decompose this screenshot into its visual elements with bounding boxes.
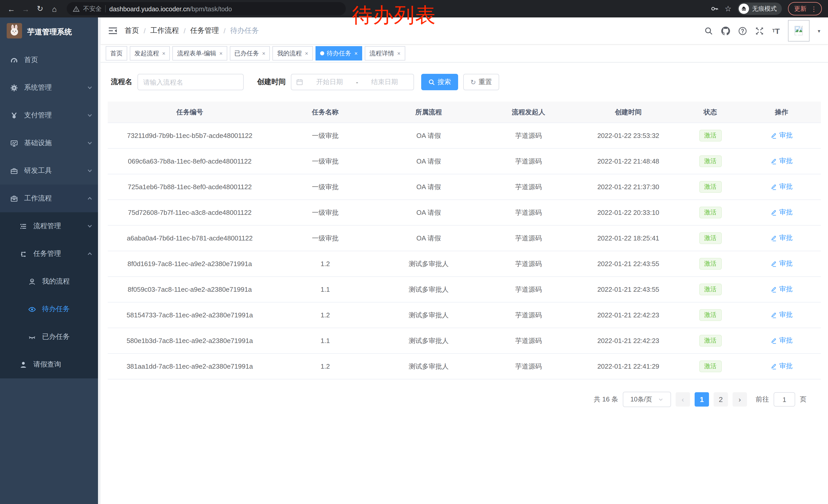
- sidebar-item-system[interactable]: 系统管理: [0, 74, 100, 101]
- page-header: 首页/工作流程/任务管理/待办任务 TT ▾: [100, 17, 828, 44]
- approve-button[interactable]: 审批: [771, 156, 793, 166]
- bookmark-star-icon[interactable]: ☆: [724, 4, 732, 13]
- tab-close-icon[interactable]: ×: [397, 50, 401, 56]
- breadcrumb-item[interactable]: 任务管理: [190, 26, 219, 35]
- app-title: 芋道管理系统: [27, 27, 72, 37]
- sidebar-item-done-tasks[interactable]: 已办任务: [0, 323, 100, 351]
- status-cell: 激活: [678, 148, 742, 174]
- sidebar-item-home[interactable]: 首页: [0, 46, 100, 74]
- task-id-cell: a6aba0a4-7b6d-11ec-b781-acde48001122: [108, 225, 272, 251]
- fullscreen-icon[interactable]: [755, 27, 764, 35]
- page-number-1[interactable]: 1: [695, 392, 709, 407]
- goto-page-input[interactable]: [774, 392, 795, 407]
- status-cell: 激活: [678, 225, 742, 251]
- tab-close-icon[interactable]: ×: [262, 50, 265, 56]
- tab-close-icon[interactable]: ×: [162, 50, 165, 56]
- created-cell: 2022-01-22 20:33:10: [578, 200, 678, 225]
- created-cell: 2022-01-22 23:53:32: [578, 123, 678, 148]
- sidebar-item-process-mgmt[interactable]: 流程管理: [0, 212, 100, 240]
- avatar[interactable]: [788, 20, 810, 42]
- approve-label: 审批: [779, 131, 793, 140]
- browser-home-icon[interactable]: ⌂: [48, 3, 60, 15]
- search-button[interactable]: 搜索: [421, 74, 458, 90]
- tab-todo-tasks[interactable]: 待办任务×: [316, 46, 363, 60]
- starter-cell: 芋道源码: [479, 174, 578, 200]
- task-id-cell: 8f0d1619-7ac8-11ec-a9e2-a2380e71991a: [108, 251, 272, 277]
- task-table: 任务编号任务名称所属流程流程发起人创建时间状态操作 73211d9d-7b9b-…: [108, 101, 821, 379]
- tab-label: 流程详情: [369, 49, 394, 58]
- process-cell: OA 请假: [379, 174, 479, 200]
- table-row: 8f0d1619-7ac8-11ec-a9e2-a2380e71991a1.2测…: [108, 251, 821, 277]
- action-cell: 审批: [742, 328, 821, 354]
- tab-start-process[interactable]: 发起流程×: [130, 46, 170, 60]
- sidebar-item-infra[interactable]: 基础设施: [0, 129, 100, 157]
- task-name-cell: 一级审批: [272, 225, 379, 251]
- table-row: 73211d9d-7b9b-11ec-b5b7-acde48001122一级审批…: [108, 123, 821, 148]
- prev-page-button[interactable]: ‹: [676, 392, 690, 407]
- tab-close-icon[interactable]: ×: [219, 50, 223, 56]
- page-size-select[interactable]: 10条/页: [623, 392, 671, 407]
- status-cell: 激活: [678, 123, 742, 148]
- key-icon[interactable]: [710, 5, 718, 13]
- avatar-caret-icon[interactable]: ▾: [818, 28, 820, 34]
- next-page-button[interactable]: ›: [733, 392, 747, 407]
- task-id-cell: 8f059c03-7ac8-11ec-a9e2-a2380e71991a: [108, 277, 272, 302]
- table-row: 381aa1dd-7ac8-11ec-a9e2-a2380e71991a1.2测…: [108, 354, 821, 379]
- tab-close-icon[interactable]: ×: [355, 50, 358, 56]
- process-name-label: 流程名: [111, 78, 132, 87]
- action-cell: 审批: [742, 148, 821, 174]
- action-cell: 审批: [742, 354, 821, 379]
- approve-button[interactable]: 审批: [771, 208, 793, 217]
- approve-button[interactable]: 审批: [771, 311, 793, 320]
- tab-done-tasks[interactable]: 已办任务×: [230, 46, 270, 60]
- approve-button[interactable]: 审批: [771, 234, 793, 243]
- approve-button[interactable]: 审批: [771, 362, 793, 371]
- sidebar-item-payment[interactable]: 支付管理: [0, 101, 100, 129]
- sidebar-item-todo-tasks[interactable]: 待办任务: [0, 295, 100, 323]
- date-range-picker[interactable]: 开始日期 - 结束日期: [291, 74, 414, 90]
- sidebar-item-label: 流程管理: [33, 222, 61, 231]
- browser-reload-icon[interactable]: ↻: [34, 3, 46, 15]
- task-id-cell: 725a1eb6-7b88-11ec-8ef0-acde48001122: [108, 174, 272, 200]
- tab-close-icon[interactable]: ×: [305, 50, 308, 56]
- tab-my-process[interactable]: 我的流程×: [273, 46, 313, 60]
- tree-icon: [19, 222, 27, 230]
- approve-button[interactable]: 审批: [771, 285, 793, 294]
- incognito-badge[interactable]: 无痕模式: [738, 3, 782, 15]
- tab-home[interactable]: 首页: [106, 46, 127, 60]
- sidebar-item-workflow[interactable]: 工作流程: [0, 185, 100, 212]
- browser-update-button[interactable]: 更新 ⋮: [788, 2, 822, 15]
- approve-button[interactable]: 审批: [771, 182, 793, 191]
- approve-button[interactable]: 审批: [771, 259, 793, 268]
- browser-forward-icon[interactable]: →: [19, 3, 32, 15]
- sidebar-scrollbar[interactable]: [98, 17, 100, 504]
- briefcase-icon: [10, 194, 18, 202]
- breadcrumb-item[interactable]: 首页: [125, 26, 139, 35]
- sidebar-collapse-icon[interactable]: [108, 26, 118, 35]
- tab-process-detail[interactable]: 流程详情×: [365, 46, 405, 60]
- sidebar-item-task-mgmt[interactable]: 任务管理: [0, 240, 100, 268]
- sidebar-logo[interactable]: 芋道管理系统: [0, 17, 100, 46]
- browser-back-icon[interactable]: ←: [5, 3, 17, 15]
- approve-button[interactable]: 审批: [771, 336, 793, 345]
- sidebar-item-leave-query[interactable]: 请假查询: [0, 351, 100, 378]
- approve-button[interactable]: 审批: [771, 131, 793, 140]
- create-time-label: 创建时间: [257, 78, 286, 87]
- search-icon[interactable]: [705, 27, 713, 35]
- reset-button[interactable]: ↻ 重置: [463, 74, 499, 90]
- tab-form-edit[interactable]: 流程表单-编辑×: [173, 46, 227, 60]
- font-size-icon[interactable]: TT: [772, 27, 780, 35]
- address-bar[interactable]: 不安全 dashboard.yudao.iocoder.cn/bpm/task/…: [67, 2, 346, 15]
- breadcrumb-item[interactable]: 工作流程: [150, 26, 179, 35]
- process-name-input[interactable]: [137, 74, 244, 90]
- browser-menu-dots-icon[interactable]: ⋮: [811, 5, 817, 12]
- github-icon[interactable]: [721, 27, 730, 35]
- main-area: 首页/工作流程/任务管理/待办任务 TT ▾ 首页发起流程×流程表单-编辑×已办…: [100, 17, 828, 504]
- pagination: 共 16 条 10条/页 ‹ 12 › 前往 页: [108, 392, 806, 407]
- help-icon[interactable]: [739, 27, 747, 35]
- approve-label: 审批: [779, 311, 793, 320]
- sidebar-item-devtools[interactable]: 研发工具: [0, 157, 100, 185]
- page-number-2[interactable]: 2: [714, 392, 728, 407]
- sidebar-item-my-process[interactable]: 我的流程: [0, 268, 100, 295]
- url-text: dashboard.yudao.iocoder.cn/bpm/task/todo: [109, 4, 232, 13]
